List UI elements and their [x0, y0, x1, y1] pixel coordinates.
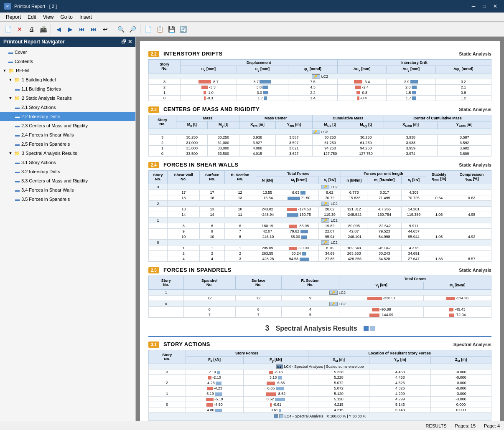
shear-mt-18: 71.50 [279, 195, 319, 201]
tree-item-centers[interactable]: ▬ 2.3 Centers of Mass and Rigidity [0, 121, 135, 130]
shear-vt-17: 8.62 [318, 190, 341, 195]
next-button[interactable]: ▶ [65, 24, 76, 35]
rfem-toggle[interactable]: ▼ [2, 68, 8, 73]
tree-item-rfem[interactable]: ▼ 📁 RFEM [0, 66, 135, 75]
nav-pin-button[interactable]: 🗗 [121, 39, 126, 45]
content-area[interactable]: 2.2 INTERSTORY DRIFTS Static Analysis St… [136, 37, 504, 421]
lc-box-shear-1: 🔑 [321, 218, 329, 223]
shear-vt-9: 22.07 [318, 229, 341, 234]
tree-item-building-model[interactable]: ▼ 📁 1 Building Model [0, 75, 135, 84]
shear-n-8: 180.19 [256, 223, 279, 229]
tree-label-contents: Contents [15, 59, 33, 64]
delete-button[interactable]: ✕ [14, 24, 25, 35]
prev-button[interactable]: ◀ [53, 24, 64, 35]
tree-item-spectral-drifts[interactable]: ▬ 3.2 Interstory Drifts [0, 167, 135, 176]
shear-rs-2: 2 [224, 251, 256, 256]
spandrel-m-12: -114.28 [423, 296, 491, 301]
tree-item-spectral-centers[interactable]: ▬ 3.3 Centers of Mass and Rigidity [0, 176, 135, 185]
spectral-fx-1b: -5.19 [186, 397, 243, 402]
tree-label-building-stories: 1.1 Building Stories [21, 86, 61, 91]
tree-item-spandrels-static[interactable]: ▬ 2.5 Forces in Spandrels [0, 139, 135, 149]
shear-mt-14: 160.75 [279, 212, 319, 218]
tree-item-spectral-shear[interactable]: ▬ 3.4 Forces in Shear Walls [0, 185, 135, 195]
refresh-button[interactable]: 🔄 [178, 24, 188, 35]
tree-label-cover: Cover [15, 50, 27, 55]
tree-item-contents[interactable]: ▬ Contents [0, 57, 135, 66]
export-button[interactable]: 📄 [143, 24, 153, 35]
centers-xcm-2: 3.927 [239, 140, 275, 145]
copy-button[interactable]: 📋 [154, 24, 165, 35]
lc-spandrel-story-0: 0 [149, 301, 184, 307]
shear-row-3-17: 17 17 12 13.55 6.63 8.62 6.773 3.317 4.3… [149, 190, 491, 195]
cell-dpz-1: 0.8 [435, 90, 491, 95]
cell-dux-0: -0.4 [337, 95, 387, 101]
tree-item-story-actions[interactable]: ▬ 2.1 Story Actions [0, 103, 135, 112]
spectral-fy-0a: -0.61 [243, 402, 308, 407]
spectral-story-2a: 2 [149, 380, 186, 386]
close-button[interactable]: ✕ [491, 2, 500, 11]
doc-icon-centers: ▬ [15, 123, 20, 128]
lc-label-spectral-story: A▲ LC4 - Spectral Analysis | Scaled sums… [149, 364, 491, 369]
tree-item-interstory-drifts[interactable]: ▬ 2.2 Interstory Drifts [0, 112, 135, 121]
tree-item-spectral-spandrels[interactable]: ▬ 3.5 Forces in Spandrels [0, 195, 135, 204]
spectral-z-3b: -0.000 [431, 375, 491, 380]
interstory-table: StoryNo. Displacement Interstory Drift u… [148, 59, 491, 101]
zoom-in-button[interactable]: 🔍 [115, 24, 126, 35]
nav-close-button[interactable]: ✕ [128, 39, 132, 45]
zoom-out-button[interactable]: 🔎 [127, 24, 138, 35]
shear-row-3-18: 18 18 13 -15.84 71.50 70.72 -15.838 71.4… [149, 195, 491, 201]
th-mcx: MCx [t] [312, 121, 348, 129]
centers-yccm-3: 3.587 [438, 134, 491, 140]
menu-view[interactable]: View [40, 13, 57, 21]
cell-pz-0: 1.4 [288, 95, 338, 101]
shear-story-0b [149, 251, 168, 256]
building-model-toggle[interactable]: ▼ [8, 77, 13, 83]
shear-stab-2 [426, 251, 452, 256]
tree-label-spandrels-static: 2.5 Forces in Spandrels [21, 142, 70, 147]
shear-stab-17 [426, 190, 452, 195]
first-button[interactable]: ⏮ [76, 24, 87, 35]
interstory-row-3: 3 -8.7 8.7 7.5 -3.4 2.9 3.2 [149, 79, 491, 84]
shear-n-14: -248.94 [256, 212, 279, 218]
new-button[interactable]: 📄 [3, 24, 13, 35]
spandrel-m-6: -45.43 [423, 307, 491, 312]
menu-edit[interactable]: Edit [24, 13, 40, 21]
spectral-y-0a: 5.143 [369, 402, 431, 407]
shear-row-0-1: 1 1 1 205.09 -90.09 8.76 102.543 -45.047… [149, 245, 491, 251]
shear-comp-13 [452, 207, 491, 212]
centers-my-1: 33,000 [208, 145, 239, 151]
th-spectral-story-no: StoryNo. [149, 350, 186, 364]
shear-nkm-1: 102.543 [341, 245, 367, 251]
th-ux: ux [mm] [180, 66, 237, 73]
maximize-button[interactable]: □ [480, 2, 489, 11]
minimize-button[interactable]: ─ [469, 2, 478, 11]
tree-label-interstory: 2.2 Interstory Drifts [21, 114, 60, 119]
shear-vkm-13: 14.261 [402, 207, 426, 212]
menu-report[interactable]: Report [3, 13, 24, 21]
tree-item-cover[interactable]: ▬ Cover [0, 48, 135, 57]
tree-item-static-results[interactable]: ▼ 📁 2 Static Analysis Results [0, 94, 135, 103]
menu-goto[interactable]: Go to [57, 13, 76, 21]
tree-item-building-stories[interactable]: ▬ 1.1 Building Stories [0, 84, 135, 94]
shear-surf-4: 4 [200, 256, 224, 262]
spectral-toggle[interactable]: ▼ [8, 150, 13, 156]
static-results-toggle[interactable]: ▼ [8, 95, 13, 101]
fax-button[interactable]: 📠 [38, 24, 48, 35]
th-v-km: vt [kN] [402, 177, 426, 184]
tree-item-spectral-story[interactable]: ▬ 3.1 Story Actions [0, 158, 135, 167]
th-compression: CompressionηStb [%] [452, 170, 491, 184]
tree-item-spectral[interactable]: ▼ 📁 3 Spectral Analysis Results [0, 149, 135, 158]
shear-comp-14: 4.98 [452, 212, 491, 218]
return-button[interactable]: ↩ [100, 24, 111, 35]
spectral-z-0a: 0.000 [431, 402, 491, 407]
menu-insert[interactable]: Insert [76, 13, 95, 21]
last-button[interactable]: ⏭ [88, 24, 99, 35]
shear-surf-9: 9 [200, 229, 224, 234]
lc-box-shear-0: 🔑 [321, 240, 329, 245]
tree-item-shear-walls[interactable]: ▬ 2.4 Forces in Shear Walls [0, 130, 135, 139]
save-button[interactable]: 💾 [166, 24, 177, 35]
spectral-z-1a: -3.000 [431, 391, 491, 397]
shear-mt-17: 6.63 [279, 190, 319, 195]
th-forces-unit: Forces per unit length [341, 170, 426, 177]
print-button[interactable]: 🖨 [26, 24, 37, 35]
